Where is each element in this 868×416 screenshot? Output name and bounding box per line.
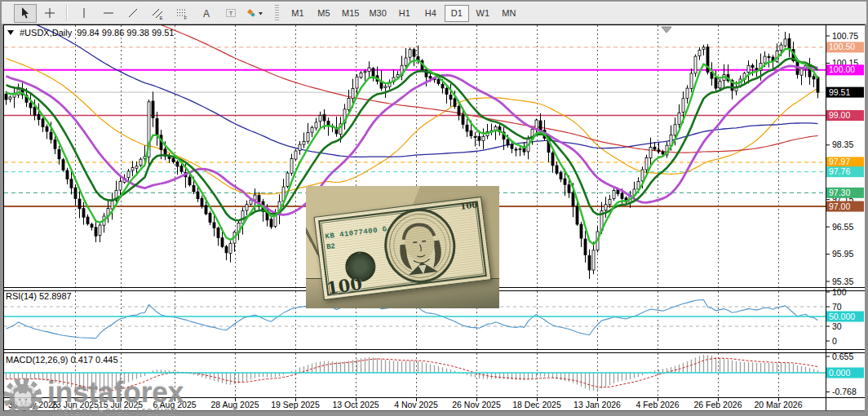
fibonacci-retracement-icon: F — [175, 7, 188, 20]
svg-text:100: 100 — [832, 287, 847, 297]
svg-text:50.000: 50.000 — [829, 312, 855, 321]
trend-line-tool-button[interactable] — [122, 4, 144, 23]
cursor-icon — [19, 7, 32, 20]
svg-text:T: T — [229, 10, 233, 17]
symbol-ohlc-label: #USDX,Daily 99.84 99.86 99.38 99.51 — [7, 28, 174, 38]
svg-text:97.00: 97.00 — [829, 201, 850, 211]
toolbar-drag-handle[interactable] — [275, 5, 279, 21]
timeframe-H1-button[interactable]: H1 — [392, 5, 417, 22]
crosshair-tool-button[interactable] — [38, 4, 61, 23]
cursor-tool-button[interactable] — [14, 4, 37, 23]
bill-plate-letter: B2 — [326, 242, 336, 251]
symbol-name: #USDX,Daily — [20, 28, 72, 38]
svg-text:97.97: 97.97 — [829, 157, 850, 166]
svg-text:70: 70 — [832, 302, 842, 312]
svg-text:13 Oct 2025: 13 Oct 2025 — [332, 400, 379, 409]
dollar-bill-photo: KB 41077400 G B2 100 100 — [306, 186, 499, 308]
svg-text:99.00: 99.00 — [829, 110, 850, 120]
svg-text:100.50: 100.50 — [829, 42, 855, 51]
mt4-window: EFATM1M5M15M30H1H4D1W1MN 100.75100.1598.… — [0, 0, 868, 416]
svg-text:20 Mar 2026: 20 Mar 2026 — [755, 400, 803, 409]
timeframe-M5-button[interactable]: M5 — [312, 5, 336, 22]
svg-text:F: F — [184, 15, 188, 20]
timeframe-M30-button[interactable]: M30 — [365, 5, 390, 22]
svg-text:96.55: 96.55 — [832, 222, 853, 232]
franklin-portrait — [379, 204, 463, 289]
watermark-brand: instaforex — [47, 378, 184, 406]
text-icon: A — [200, 7, 213, 20]
timeframe-D1-button[interactable]: D1 — [445, 5, 469, 22]
crosshair-icon — [43, 7, 56, 20]
svg-text:0.655: 0.655 — [832, 352, 853, 361]
ohlc-values: 99.84 99.86 99.38 99.51 — [77, 28, 174, 38]
instaforex-watermark: instaforex Instant Forex Trading — [2, 376, 184, 416]
svg-text:E: E — [160, 15, 163, 20]
fibonacci-retracement-tool-button[interactable]: F — [170, 4, 193, 23]
horizontal-line-tool-button[interactable] — [97, 4, 120, 23]
svg-text:100.00: 100.00 — [829, 64, 855, 74]
watermark-tagline: Instant Forex Trading — [47, 405, 184, 416]
svg-text:26 Nov 2025: 26 Nov 2025 — [452, 400, 501, 409]
instaforex-bull-logo-icon — [2, 376, 44, 416]
toolbar: EFATM1M5M15M30H1H4D1W1MN — [2, 2, 866, 24]
text-label-icon: T — [224, 7, 237, 20]
svg-text:0.000: 0.000 — [829, 368, 850, 378]
timeframe-M1-button[interactable]: M1 — [286, 5, 310, 22]
bill-serial-number: KB 41077400 G — [325, 225, 388, 241]
svg-text:0: 0 — [832, 336, 837, 346]
svg-text:26 Feb 2026: 26 Feb 2026 — [694, 400, 742, 409]
vertical-line-icon — [78, 7, 91, 20]
equidistant-channel-tool-button[interactable]: E — [146, 4, 169, 23]
svg-text:4 Nov 2025: 4 Nov 2025 — [394, 400, 438, 409]
svg-text:98.35: 98.35 — [832, 139, 853, 149]
svg-text:99.51: 99.51 — [829, 87, 850, 97]
svg-text:13 Jan 2026: 13 Jan 2026 — [574, 400, 621, 409]
svg-text:A: A — [203, 8, 210, 20]
svg-text:4 Feb 2026: 4 Feb 2026 — [636, 400, 679, 409]
bill-border — [318, 201, 487, 295]
watermark-text: instaforex Instant Forex Trading — [47, 378, 184, 416]
arrows-dropdown-tool-button[interactable] — [244, 4, 267, 23]
trend-line-icon — [126, 7, 140, 20]
svg-text:19 Sep 2025: 19 Sep 2025 — [271, 400, 320, 409]
svg-text:28 Aug 2025: 28 Aug 2025 — [211, 400, 259, 409]
vertical-line-tool-button[interactable] — [73, 4, 95, 23]
svg-text:-0.768: -0.768 — [832, 387, 857, 396]
timeframe-MN-button[interactable]: MN — [497, 5, 521, 22]
svg-text:95.35: 95.35 — [832, 277, 853, 286]
equidistant-channel-icon: E — [151, 7, 164, 20]
svg-text:97.30: 97.30 — [829, 188, 850, 197]
svg-text:100.75: 100.75 — [832, 31, 858, 41]
svg-text:97.76: 97.76 — [829, 166, 850, 176]
timeframe-W1-button[interactable]: W1 — [471, 5, 495, 22]
bill-denomination-corner: 100 — [460, 200, 478, 210]
arrows-dropdown-icon — [246, 7, 264, 20]
svg-text:30: 30 — [832, 321, 842, 331]
text-tool-button[interactable]: A — [195, 4, 218, 23]
treasury-seal — [343, 250, 377, 283]
horizontal-line-icon — [102, 7, 115, 20]
svg-text:95.95: 95.95 — [832, 249, 853, 259]
bill-denomination: 100 — [325, 273, 363, 299]
rsi-indicator-label: RSI(14) 52.8987 — [6, 291, 72, 301]
symbol-dropdown-icon[interactable] — [7, 30, 15, 36]
text-label-tool-button[interactable]: T — [219, 4, 242, 23]
timeframe-M15-button[interactable]: M15 — [338, 5, 363, 22]
toolbar-separator — [66, 5, 68, 21]
timeframe-H4-button[interactable]: H4 — [418, 5, 443, 22]
macd-indicator-label: MACD(12,26,9) 0.417 0.445 — [6, 355, 118, 365]
svg-text:18 Dec 2025: 18 Dec 2025 — [512, 400, 561, 409]
